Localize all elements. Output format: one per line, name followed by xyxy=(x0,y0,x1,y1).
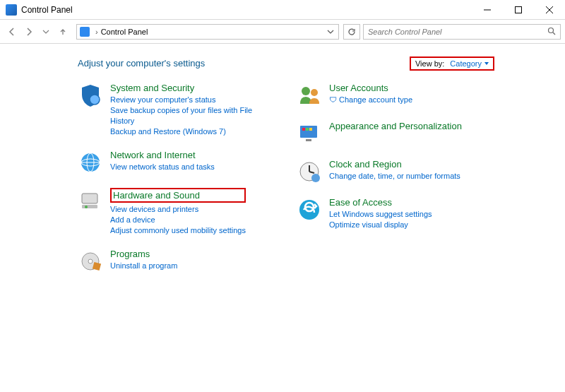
category-user-accounts: User Accounts🛡 Change account type xyxy=(297,83,494,108)
system-security-icon xyxy=(78,83,103,108)
svg-line-5 xyxy=(553,32,555,35)
programs-icon xyxy=(78,249,103,274)
clock-region-icon xyxy=(297,159,322,184)
svg-point-27 xyxy=(311,174,320,182)
svg-rect-12 xyxy=(82,205,97,208)
view-by-selector[interactable]: View by: Category xyxy=(410,57,494,71)
title-bar: Control Panel xyxy=(0,0,565,20)
close-button[interactable] xyxy=(534,0,565,20)
network-internet-icon xyxy=(78,150,103,175)
svg-rect-22 xyxy=(309,128,312,131)
maximize-button[interactable] xyxy=(503,0,534,20)
category-title-hardware-sound[interactable]: Hardware and Sound xyxy=(110,188,246,203)
address-dropdown-button[interactable] xyxy=(323,24,338,40)
category-link[interactable]: 🛡 Change account type xyxy=(329,95,412,105)
content-area: Adjust your computer's settings View by:… xyxy=(0,44,565,287)
category-link[interactable]: Let Windows suggest settings xyxy=(329,209,432,220)
ease-access-icon xyxy=(297,197,322,222)
svg-rect-19 xyxy=(300,126,317,138)
svg-rect-20 xyxy=(302,128,305,131)
minimize-button[interactable] xyxy=(472,0,503,20)
category-link[interactable]: Save backup copies of your files with Fi… xyxy=(110,105,275,126)
svg-point-17 xyxy=(302,87,310,95)
category-left-column: System and SecurityReview your computer'… xyxy=(78,83,275,287)
search-icon[interactable] xyxy=(547,27,556,37)
category-title-system-security[interactable]: System and Security xyxy=(110,83,275,93)
view-by-value[interactable]: Category xyxy=(450,59,489,68)
appearance-icon xyxy=(297,121,322,146)
chevron-down-icon xyxy=(484,62,489,65)
forward-button[interactable] xyxy=(21,24,37,40)
category-title-network-internet[interactable]: Network and Internet xyxy=(110,150,215,160)
svg-point-13 xyxy=(85,206,88,208)
view-by-label: View by: xyxy=(415,59,444,68)
toolbar: › Control Panel xyxy=(0,20,565,44)
category-clock-region: Clock and RegionChange date, time, or nu… xyxy=(297,159,494,184)
category-hardware-sound: Hardware and SoundView devices and print… xyxy=(78,188,275,236)
breadcrumb-control-panel[interactable]: Control Panel xyxy=(101,28,148,36)
address-bar[interactable]: › Control Panel xyxy=(76,24,339,40)
hardware-sound-icon xyxy=(78,188,103,213)
svg-point-18 xyxy=(311,89,318,96)
category-right-column: User Accounts🛡 Change account typeAppear… xyxy=(297,83,494,287)
recent-button[interactable] xyxy=(38,24,54,40)
category-title-appearance[interactable]: Appearance and Personalization xyxy=(329,121,462,131)
app-icon xyxy=(6,4,17,16)
category-link[interactable]: View devices and printers xyxy=(110,204,246,215)
svg-rect-23 xyxy=(306,139,311,141)
svg-point-6 xyxy=(90,95,100,105)
search-box[interactable] xyxy=(363,24,561,40)
category-link[interactable]: Adjust commonly used mobility settings xyxy=(110,225,246,236)
category-title-user-accounts[interactable]: User Accounts xyxy=(329,83,412,93)
category-link[interactable]: Optimize visual display xyxy=(329,220,432,230)
window-title: Control Panel xyxy=(21,5,73,15)
category-system-security: System and SecurityReview your computer'… xyxy=(78,83,275,137)
category-title-clock-region[interactable]: Clock and Region xyxy=(329,159,460,170)
back-button[interactable] xyxy=(4,24,20,40)
category-appearance: Appearance and Personalization xyxy=(297,121,494,146)
user-accounts-icon xyxy=(297,83,322,108)
svg-point-15 xyxy=(88,259,93,263)
chevron-right-icon: › xyxy=(95,28,98,36)
category-link[interactable]: Add a device xyxy=(110,215,246,225)
svg-rect-21 xyxy=(306,128,309,131)
refresh-button[interactable] xyxy=(343,24,360,40)
up-button[interactable] xyxy=(55,24,71,40)
category-title-programs[interactable]: Programs xyxy=(110,249,177,259)
category-link[interactable]: Uninstall a program xyxy=(110,261,177,271)
svg-rect-1 xyxy=(516,6,522,13)
category-ease-access: Ease of AccessLet Windows suggest settin… xyxy=(297,197,494,230)
category-link[interactable]: Change date, time, or number formats xyxy=(329,171,460,182)
category-network-internet: Network and InternetView network status … xyxy=(78,150,275,175)
category-link[interactable]: Backup and Restore (Windows 7) xyxy=(110,126,275,137)
category-title-ease-access[interactable]: Ease of Access xyxy=(329,197,432,208)
svg-rect-11 xyxy=(82,194,97,203)
category-link[interactable]: View network status and tasks xyxy=(110,162,215,172)
search-input[interactable] xyxy=(368,28,547,36)
category-programs: ProgramsUninstall a program xyxy=(78,249,275,274)
control-panel-icon xyxy=(80,27,90,37)
category-link[interactable]: Review your computer's status xyxy=(110,95,275,105)
svg-point-4 xyxy=(549,28,554,32)
